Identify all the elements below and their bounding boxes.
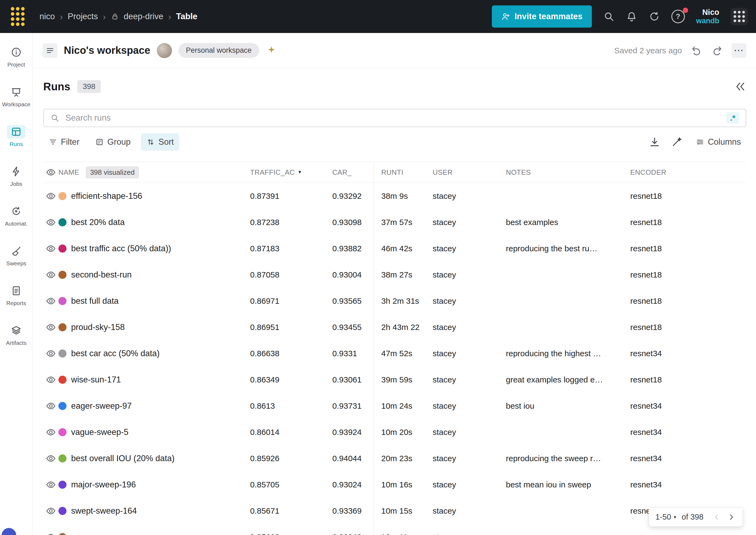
table-row[interactable]: best full data 0.86971 0.93565 3h 2m 31s… xyxy=(43,288,746,314)
column-header-traffic-acc[interactable]: TRAFFIC_AC ▼ xyxy=(250,162,332,183)
columns-button[interactable]: Columns xyxy=(690,133,746,151)
run-name-link[interactable]: vague-sweep-5 xyxy=(71,427,128,437)
visibility-eye-icon[interactable] xyxy=(46,427,56,437)
sidebar-item-project[interactable]: Project xyxy=(0,37,33,76)
notes-value[interactable]: reproducing the highest … xyxy=(506,340,630,366)
table-row[interactable]: eager-sweep-97 0.8613 0.93731 10m 24s st… xyxy=(43,393,746,419)
breadcrumb-project[interactable]: deep-drive xyxy=(124,12,163,21)
run-name-link[interactable]: major-sweep-196 xyxy=(71,480,136,490)
run-name-link[interactable]: best traffic acc (50% data)) xyxy=(71,244,171,253)
visibility-eye-icon[interactable] xyxy=(46,217,56,227)
invite-teammates-button[interactable]: Invite teammates xyxy=(492,5,592,28)
run-name-link[interactable]: wise-sun-171 xyxy=(71,375,121,385)
table-row[interactable]: proud-sky-158 0.86951 0.93455 2h 43m 22 … xyxy=(43,314,746,340)
notes-value[interactable]: great examples logged e… xyxy=(506,366,630,393)
search-runs-input[interactable] xyxy=(65,113,721,123)
notes-value[interactable]: reproducing the sweep r… xyxy=(506,445,630,471)
sidebar-item-runs[interactable]: Runs xyxy=(0,116,33,156)
sidebar-item-sweeps[interactable]: Sweeps xyxy=(0,236,33,275)
user-menu[interactable]: Nico wandb xyxy=(696,8,719,25)
table-row[interactable]: best 20% data 0.87238 0.93098 37m 57s st… xyxy=(43,209,746,235)
notes-value[interactable] xyxy=(506,183,630,209)
table-row[interactable]: vague-sweep-5 0.86014 0.93924 10m 20s st… xyxy=(43,419,746,445)
column-header-runtime[interactable]: RUNTI xyxy=(374,162,433,183)
run-name-link[interactable]: best overall IOU (20% data) xyxy=(71,454,175,463)
help-button[interactable]: ? xyxy=(671,10,685,23)
collapse-panel-icon[interactable] xyxy=(734,81,746,93)
prev-page-icon[interactable] xyxy=(712,513,721,522)
notes-value[interactable]: best iou xyxy=(506,393,630,419)
visibility-eye-icon[interactable] xyxy=(46,506,56,516)
sidebar-item-workspace[interactable]: Workspace xyxy=(0,76,33,116)
personal-workspace-badge[interactable]: Personal workspace xyxy=(178,43,259,58)
run-name-link[interactable]: best 20% data xyxy=(71,217,125,227)
table-row[interactable]: best traffic acc (50% data)) 0.87183 0.9… xyxy=(43,235,746,262)
visibility-eye-icon[interactable] xyxy=(46,191,56,201)
regex-toggle[interactable]: .* xyxy=(726,112,739,124)
more-options-button[interactable]: ⋯ xyxy=(732,43,746,58)
notes-value[interactable]: reproducing the best ru… xyxy=(506,235,630,262)
run-name-link[interactable]: efficient-shape-156 xyxy=(71,191,142,201)
breadcrumb-projects[interactable]: Projects xyxy=(68,12,98,21)
wand-icon[interactable] xyxy=(671,136,683,148)
run-name-link[interactable]: proud-sky-158 xyxy=(71,323,125,332)
workspace-menu-button[interactable] xyxy=(43,43,57,58)
breadcrumb-entity[interactable]: nico xyxy=(40,12,55,21)
table-row[interactable]: best overall IOU (20% data) 0.85926 0.94… xyxy=(43,445,746,471)
notes-value[interactable] xyxy=(506,314,630,340)
visibility-eye-icon[interactable] xyxy=(46,453,56,464)
run-name-link[interactable]: best full data xyxy=(71,296,119,306)
notes-value[interactable] xyxy=(506,498,630,524)
notes-value[interactable] xyxy=(506,262,630,288)
run-name-link[interactable]: second-best-run xyxy=(71,270,132,280)
visibility-eye-icon[interactable] xyxy=(46,322,56,332)
column-header-user[interactable]: USER xyxy=(433,162,506,183)
run-name-link[interactable]: best car acc (50% data) xyxy=(71,349,159,358)
table-row[interactable]: second-best-run 0.87058 0.93004 38m 27s … xyxy=(43,262,746,288)
visibility-eye-icon[interactable] xyxy=(46,401,56,411)
search-icon[interactable] xyxy=(603,11,615,22)
visibility-eye-icon[interactable] xyxy=(46,243,56,254)
visibility-all-eye-icon[interactable] xyxy=(46,167,56,178)
notes-value[interactable]: best examples xyxy=(506,209,630,235)
sort-button[interactable]: Sort xyxy=(141,133,179,151)
table-row[interactable]: major-sweep-196 0.85705 0.93024 10m 16s … xyxy=(43,471,746,498)
notes-value[interactable] xyxy=(506,288,630,314)
column-header-name[interactable]: NAME 398 visualized xyxy=(58,162,250,183)
visibility-eye-icon[interactable] xyxy=(46,270,56,280)
visibility-eye-icon[interactable] xyxy=(46,375,56,385)
visibility-eye-icon[interactable] xyxy=(46,480,56,490)
column-header-car-acc[interactable]: CAR_ xyxy=(332,162,374,183)
run-name-link[interactable]: eager-sweep-97 xyxy=(71,401,132,411)
sparkle-icon[interactable] xyxy=(266,45,277,56)
breadcrumb-page[interactable]: Table xyxy=(176,12,197,21)
table-row[interactable]: swept-sweep-164 0.85671 0.93369 10m 15s … xyxy=(43,498,746,524)
avatar[interactable] xyxy=(731,8,748,25)
table-row[interactable]: best car acc (50% data) 0.86638 0.9331 4… xyxy=(43,340,746,366)
sidebar-item-artifacts[interactable]: Artifacts xyxy=(0,315,33,355)
notes-value[interactable]: best mean iou in sweep xyxy=(506,471,630,498)
bell-icon[interactable] xyxy=(626,11,637,22)
filter-button[interactable]: Filter xyxy=(43,133,85,151)
next-page-icon[interactable] xyxy=(727,513,736,522)
notes-value[interactable] xyxy=(506,524,630,535)
redo-icon[interactable] xyxy=(711,44,723,57)
visibility-eye-icon[interactable] xyxy=(46,348,56,359)
refresh-icon[interactable] xyxy=(649,11,660,22)
sidebar-item-reports[interactable]: Reports xyxy=(0,275,33,315)
visibility-eye-icon[interactable] xyxy=(46,532,56,535)
notes-value[interactable] xyxy=(506,419,630,445)
wandb-logo-icon[interactable] xyxy=(11,7,25,26)
sidebar-item-automations[interactable]: Automat. xyxy=(0,196,33,236)
download-icon[interactable] xyxy=(649,136,661,148)
column-header-encoder[interactable]: ENCODER xyxy=(630,162,746,183)
table-row[interactable]: wise-sun-171 0.86349 0.93061 39m 59s sta… xyxy=(43,366,746,393)
visibility-eye-icon[interactable] xyxy=(46,296,56,306)
column-header-notes[interactable]: NOTES xyxy=(506,162,630,183)
undo-icon[interactable] xyxy=(690,44,702,57)
table-row[interactable]: efficient-shape-156 0.87391 0.93292 38m … xyxy=(43,183,746,209)
group-button[interactable]: Group xyxy=(90,133,136,151)
sidebar-item-jobs[interactable]: Jobs xyxy=(0,156,33,196)
page-size-dropdown[interactable]: 1-50 ▾ xyxy=(656,513,676,521)
table-row[interactable]: 0.85662 0.93048 10m 11s stacey xyxy=(43,524,746,535)
